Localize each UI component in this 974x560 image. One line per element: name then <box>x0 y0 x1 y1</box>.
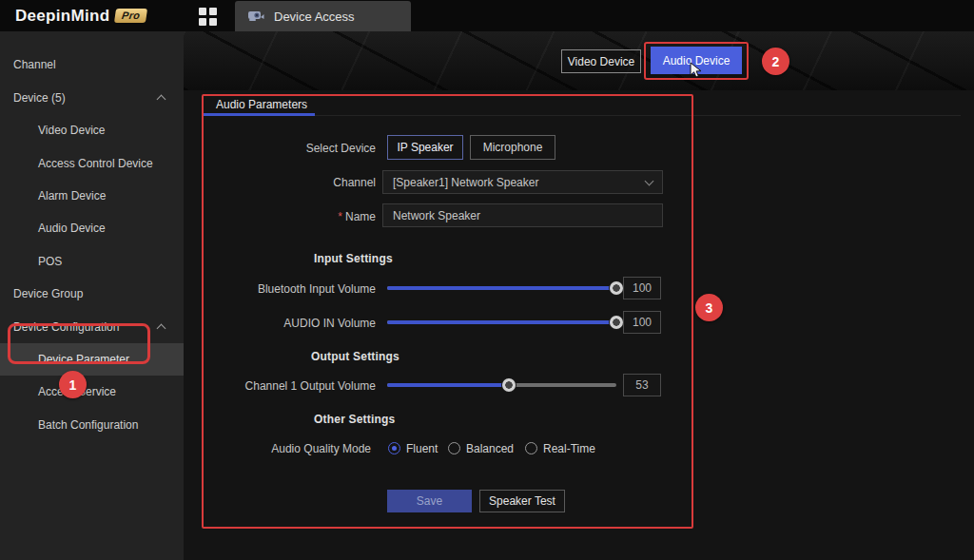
radio-balanced[interactable]: Balanced <box>448 442 460 454</box>
bluetooth-input-volume-slider[interactable] <box>387 286 616 290</box>
tab-audio-parameters[interactable]: Audio Parameters <box>216 98 307 111</box>
select-device-label: Select Device <box>185 142 376 155</box>
slider-thumb[interactable] <box>502 378 516 392</box>
tab-device-access[interactable]: Device Access <box>235 1 411 31</box>
audio-in-volume-value[interactable]: 100 <box>623 311 661 334</box>
radio-fluent-label[interactable]: Fluent <box>406 442 438 455</box>
app-header: DeepinMind Pro <box>0 0 974 31</box>
active-tab-underline <box>203 113 315 116</box>
app-window: DeepinMind Pro Device Access Channel Dev… <box>0 0 974 560</box>
video-device-button[interactable]: Video Device <box>561 49 641 73</box>
sidebar-item-channel[interactable]: Channel <box>0 48 184 81</box>
slider-thumb[interactable] <box>610 316 623 329</box>
channel1-output-volume-label: Channel 1 Output Volume <box>185 379 376 393</box>
app-tab-label: Device Access <box>274 10 355 24</box>
sidebar-item-batch-configuration[interactable]: Batch Configuration <box>0 409 184 441</box>
input-settings-header: Input Settings <box>314 252 393 265</box>
audio-in-volume-slider[interactable] <box>387 320 616 324</box>
sidebar-item-access-service[interactable]: Access Service <box>0 376 184 408</box>
sidebar: Channel Device (5) Video Device Access C… <box>0 31 184 560</box>
radio-real-time-label[interactable]: Real-Time <box>543 442 595 455</box>
apps-grid-icon[interactable] <box>199 8 217 26</box>
audio-quality-mode-label: Audio Quality Mode <box>181 442 371 455</box>
sidebar-item-audio-device[interactable]: Audio Device <box>0 212 184 244</box>
channel-label: Channel <box>185 176 376 189</box>
channel-dropdown-value: [Speaker1] Network Speaker <box>393 176 538 189</box>
camera-icon <box>247 10 265 24</box>
slider-thumb[interactable] <box>610 281 623 295</box>
logo-text: DeepinMind <box>15 7 109 26</box>
sidebar-item-access-control-device[interactable]: Access Control Device <box>0 147 184 180</box>
other-settings-header: Other Settings <box>314 413 395 426</box>
channel1-output-volume-slider[interactable] <box>387 383 616 387</box>
chevron-up-icon[interactable] <box>157 95 166 105</box>
chevron-up-icon[interactable] <box>157 324 166 334</box>
name-label: *Name <box>185 210 376 223</box>
sidebar-item-device-parameter[interactable]: Device Parameter <box>0 343 184 376</box>
output-settings-header: Output Settings <box>311 350 399 363</box>
sidebar-item-device-group[interactable]: Device Group <box>0 278 184 310</box>
required-asterisk: * <box>338 210 342 223</box>
sidebar-item-video-device[interactable]: Video Device <box>0 114 184 146</box>
radio-fluent[interactable]: Fluent <box>388 442 400 454</box>
sidebar-item-device-configuration[interactable]: Device Configuration <box>0 311 184 343</box>
sidebar-item-alarm-device[interactable]: Alarm Device <box>0 180 184 212</box>
app-logo: DeepinMind Pro <box>15 7 147 26</box>
chevron-down-icon <box>645 176 654 185</box>
speaker-test-button[interactable]: Speaker Test <box>479 490 565 512</box>
bluetooth-input-volume-label: Bluetooth Input Volume <box>185 282 376 296</box>
channel-dropdown[interactable]: [Speaker1] Network Speaker <box>382 170 663 194</box>
ip-speaker-button[interactable]: IP Speaker <box>387 135 463 160</box>
audio-in-volume-label: AUDIO IN Volume <box>185 317 376 330</box>
audio-device-button[interactable]: Audio Device <box>651 47 742 74</box>
radio-real-time[interactable]: Real-Time <box>525 442 537 454</box>
bluetooth-input-volume-value[interactable]: 100 <box>623 277 661 299</box>
pro-badge: Pro <box>114 9 147 23</box>
sidebar-item-device[interactable]: Device (5) <box>0 82 184 114</box>
save-button[interactable]: Save <box>387 490 472 512</box>
radio-balanced-label[interactable]: Balanced <box>466 442 514 455</box>
name-input[interactable]: Network Speaker <box>382 203 663 227</box>
microphone-button[interactable]: Microphone <box>470 135 555 160</box>
sidebar-item-pos[interactable]: POS <box>0 245 184 278</box>
tabbar-divider <box>203 115 961 116</box>
channel1-output-volume-value[interactable]: 53 <box>623 374 661 396</box>
name-input-value: Network Speaker <box>393 209 480 222</box>
